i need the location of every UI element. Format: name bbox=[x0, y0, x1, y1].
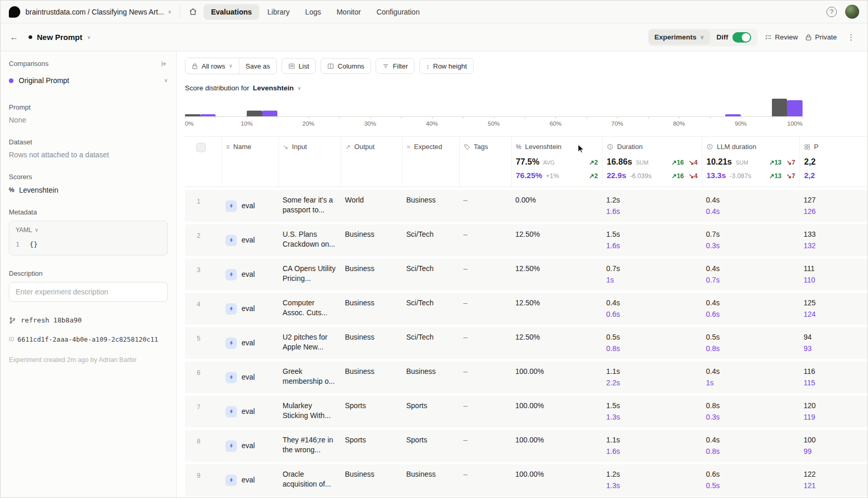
columns-label: Columns bbox=[338, 62, 364, 70]
axis-tick-label: 50% bbox=[488, 120, 500, 127]
diff-control: Diff bbox=[710, 29, 757, 46]
cell-output: Business bbox=[341, 331, 402, 355]
columns-button[interactable]: Columns bbox=[321, 58, 371, 74]
scorer-item[interactable]: % Levenshtein bbox=[9, 186, 168, 194]
review-button[interactable]: Review bbox=[765, 33, 798, 41]
tab-library[interactable]: Library bbox=[260, 4, 297, 20]
all-rows-dropdown[interactable]: All rows ∨ bbox=[185, 58, 239, 74]
axis-tick bbox=[679, 117, 679, 119]
cell-duration: 0.4s0.6s bbox=[602, 297, 702, 320]
comparison-item[interactable]: Original Prompt ∨ bbox=[9, 76, 168, 85]
description-input[interactable] bbox=[9, 282, 168, 302]
header-output[interactable]: ↗Output bbox=[341, 137, 402, 186]
cell-levenshtein: 12.50% bbox=[511, 331, 602, 355]
filter-button[interactable]: Filter bbox=[376, 58, 415, 74]
histogram-bar-purple bbox=[725, 114, 741, 116]
git-ref[interactable]: refresh 18b8a90 bbox=[9, 316, 168, 324]
private-button[interactable]: Private bbox=[805, 33, 837, 41]
home-icon[interactable] bbox=[189, 7, 197, 16]
page-title: New Prompt bbox=[37, 33, 83, 42]
tab-configuration[interactable]: Configuration bbox=[369, 4, 427, 20]
select-all-checkbox[interactable] bbox=[196, 143, 206, 152]
histogram-bar-gray bbox=[247, 111, 262, 116]
metadata-label: Metadata bbox=[9, 208, 168, 216]
bolt-icon bbox=[229, 340, 234, 346]
id-value: 6611cd1f-2aaa-4b0e-a109-2c8258120c11 bbox=[18, 335, 158, 343]
table-row[interactable]: 1evalSome fear it's a passport to...Worl… bbox=[185, 190, 867, 222]
bolt-icon bbox=[229, 409, 234, 414]
cell-name: eval bbox=[221, 434, 278, 457]
cell-tags: – bbox=[459, 228, 511, 252]
metadata-format-dropdown[interactable]: YAML ∨ bbox=[16, 226, 161, 234]
table-row[interactable]: 2evalU.S. Plans Crackdown on...BusinessS… bbox=[185, 224, 867, 256]
table-row[interactable]: 6evalGreek membership o...BusinessBusine… bbox=[185, 361, 867, 393]
top-navbar: braintrustdata.com / Classifying News Ar… bbox=[1, 1, 867, 23]
help-icon[interactable]: ? bbox=[826, 7, 837, 17]
project-switcher[interactable]: braintrustdata.com / Classifying News Ar… bbox=[25, 8, 171, 16]
header-input[interactable]: ↘Input bbox=[278, 137, 341, 186]
axis-tick bbox=[586, 117, 587, 119]
row-number: 2 bbox=[185, 228, 221, 252]
header-duration[interactable]: Duration 16.86s SUM ↗16 ↘4 22.9s -6.039s bbox=[602, 137, 702, 186]
cell-duration: 1.2s1.6s bbox=[602, 194, 702, 218]
table-row[interactable]: 5evalU2 pitches for Apple New...Business… bbox=[185, 327, 867, 359]
metadata-code-line[interactable]: 1 {} bbox=[16, 240, 161, 248]
cell-levenshtein: 100.00% bbox=[511, 400, 602, 423]
cell-duration: 0.7s1s bbox=[602, 263, 702, 286]
bolt-icon bbox=[229, 237, 234, 243]
more-menu-icon[interactable]: ⋮ bbox=[844, 33, 858, 42]
topbar-right: ? bbox=[826, 5, 859, 19]
divider bbox=[180, 6, 180, 18]
filter-icon bbox=[382, 63, 389, 70]
header-levenshtein[interactable]: %Levenshtein 77.5% AVG ↗2 76.25% +1% ↗2 bbox=[511, 137, 602, 186]
table-body: 1evalSome fear it's a passport to...Worl… bbox=[185, 190, 867, 497]
cell-tokens: 9493 bbox=[799, 331, 867, 355]
collapse-sidebar-icon[interactable] bbox=[161, 60, 168, 68]
score-scorer-name: Levenshtein bbox=[253, 84, 294, 92]
tab-monitor[interactable]: Monitor bbox=[329, 4, 368, 20]
cell-duration: 0.5s0.8s bbox=[602, 331, 702, 355]
chevron-down-icon[interactable]: ∨ bbox=[87, 35, 91, 40]
cell-name: eval bbox=[221, 331, 278, 355]
header-llm-duration[interactable]: LLM duration 10.21s SUM ↗13 ↘7 13.3s -3.… bbox=[702, 137, 799, 186]
header-select bbox=[185, 137, 221, 186]
save-as-button[interactable]: Save as bbox=[239, 58, 276, 74]
header-expected[interactable]: =Expected bbox=[402, 137, 459, 186]
dataset-value: Rows not attached to a dataset bbox=[9, 151, 168, 159]
table-row[interactable]: 3evalCA Opens Utility Pricing...Business… bbox=[185, 259, 867, 290]
table-row[interactable]: 4evalComputer Assoc. Cuts...BusinessSci/… bbox=[185, 293, 867, 325]
chevron-down-icon: ∨ bbox=[229, 63, 233, 69]
review-label: Review bbox=[775, 33, 798, 41]
header-actions: Experiments ∨ Diff Review Private ⋮ bbox=[648, 29, 858, 46]
cell-expected: Sci/Tech bbox=[402, 331, 459, 355]
table-row[interactable]: 9evalOracle acquisition of...BusinessBus… bbox=[185, 464, 867, 496]
arrow-up-right-icon: ↗ bbox=[345, 143, 351, 151]
cell-output: Business bbox=[341, 297, 402, 320]
back-button[interactable]: ← bbox=[10, 33, 18, 42]
experiments-label: Experiments bbox=[655, 33, 697, 41]
header-name[interactable]: ≡Name bbox=[221, 137, 278, 186]
avatar[interactable] bbox=[845, 5, 859, 19]
cell-levenshtein: 12.50% bbox=[511, 297, 602, 320]
table-row[interactable]: 7evalMularkey Sticking With...SportsSpor… bbox=[185, 396, 867, 427]
list-icon bbox=[288, 63, 295, 70]
axis-tick bbox=[339, 117, 340, 119]
axis-tick bbox=[555, 117, 556, 119]
axis-tick bbox=[370, 117, 371, 119]
diff-toggle[interactable] bbox=[732, 32, 751, 43]
tab-evaluations[interactable]: Evaluations bbox=[204, 4, 259, 20]
row-height-button[interactable]: ↕ Row height bbox=[419, 58, 474, 74]
header-tags[interactable]: Tags bbox=[459, 137, 511, 186]
score-distribution-header[interactable]: Score distribution for Levenshtein ∨ bbox=[185, 84, 867, 92]
comparisons-label: Comparisons bbox=[9, 60, 49, 68]
header-prompt-tokens[interactable]: P 2,2 2,2 bbox=[799, 137, 867, 186]
table-row[interactable]: 8evalThey #146;re in the wrong...SportsS… bbox=[185, 430, 867, 462]
experiments-dropdown[interactable]: Experiments ∨ bbox=[648, 30, 710, 45]
arrow-down-right-icon: ↘ bbox=[283, 143, 288, 151]
cell-tags: – bbox=[459, 297, 511, 320]
list-view-button[interactable]: List bbox=[282, 58, 316, 74]
row-number: 4 bbox=[185, 297, 221, 320]
tab-logs[interactable]: Logs bbox=[298, 4, 328, 20]
cell-name: eval bbox=[221, 468, 278, 492]
cell-name: eval bbox=[221, 263, 278, 286]
